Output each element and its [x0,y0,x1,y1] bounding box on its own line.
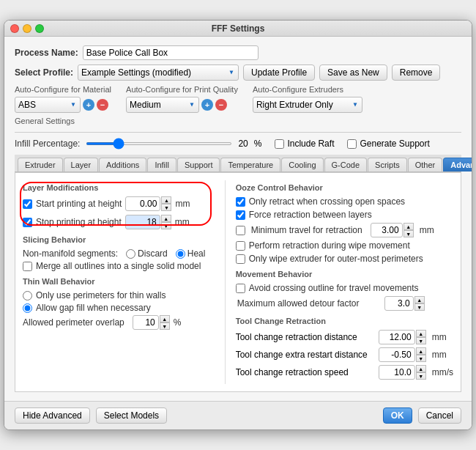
stop-height-up[interactable]: ▲ [161,215,171,222]
include-raft-checkbox[interactable] [275,139,284,149]
infill-label: Infill Percentage: [15,139,80,149]
close-button[interactable] [10,24,19,33]
only-perimeters-radio[interactable] [23,291,32,300]
tc-distance-unit: mm [432,332,447,342]
retraction-wipe-checkbox[interactable] [236,241,245,251]
slicing-behavior-title: Slicing Behavior [23,235,217,244]
min-travel-down[interactable]: ▼ [404,230,414,237]
tab-cooling[interactable]: Cooling [281,158,323,171]
thin-wall-title: Thin Wall Behavior [23,277,217,286]
tc-restart-input[interactable] [379,347,415,362]
tc-distance-label: Tool change retraction distance [236,332,375,342]
tab-gcode[interactable]: G-Code [324,158,368,171]
material-select[interactable]: ABS [15,97,81,113]
min-travel-unit: mm [420,225,434,235]
allow-gap-fill-radio[interactable] [23,303,32,313]
tab-temperature[interactable]: Temperature [220,158,280,171]
cancel-button[interactable]: Cancel [418,407,461,424]
tab-support[interactable]: Support [177,158,220,171]
tc-speed-up[interactable]: ▲ [416,365,426,372]
tc-distance-down[interactable]: ▼ [416,337,426,344]
stop-height-input[interactable] [125,215,160,229]
tc-restart-unit: mm [432,350,447,360]
overlap-up[interactable]: ▲ [160,315,170,322]
overlap-label: Allowed perimeter overlap [23,317,124,328]
tc-speed-down[interactable]: ▼ [416,372,426,380]
footer-left: Hide Advanced Select Models [15,407,167,424]
allow-gap-fill-label: Allow gap fill when necessary [36,303,151,313]
tc-distance-input[interactable] [379,330,415,344]
save-as-new-button[interactable]: Save as New [319,64,387,81]
stop-printing-checkbox[interactable] [23,218,32,227]
start-height-input[interactable] [125,196,160,211]
merge-outlines-checkbox[interactable] [23,262,32,271]
include-raft-label: Include Raft [287,139,334,149]
quality-add-button[interactable]: + [201,99,213,111]
main-panels: Layer Modifications Start printing at he… [15,172,461,392]
overlap-input[interactable] [133,315,159,330]
generate-support-checkbox[interactable] [347,139,357,149]
tab-extruder[interactable]: Extruder [18,158,63,171]
quality-select-wrapper: Medium [126,97,199,113]
tc-restart-down[interactable]: ▼ [416,355,426,362]
non-manifold-label: Non-manifold segments: [23,248,118,259]
remove-button[interactable]: Remove [392,64,441,81]
overlap-down[interactable]: ▼ [160,322,170,330]
quality-remove-button[interactable]: − [215,99,227,111]
extruder-select[interactable]: Right Extruder Only [253,97,362,113]
retract-crossing-checkbox[interactable] [236,197,245,207]
infill-slider[interactable] [86,142,232,145]
force-retraction-checkbox[interactable] [236,210,245,220]
start-printing-checkbox[interactable] [23,199,32,209]
minimize-button[interactable] [23,24,31,33]
max-detour-down[interactable]: ▼ [414,303,425,311]
only-wipe-label: Only wipe extruder for outer-most perime… [249,254,423,264]
max-detour-label: Maximum allowed detour factor [237,298,376,309]
tc-speed-unit: mm/s [432,367,453,377]
discard-radio[interactable] [126,249,135,259]
select-profile-label: Select Profile: [15,67,73,78]
material-remove-button[interactable]: − [97,99,108,111]
tab-advanced[interactable]: Advanced [443,158,472,171]
avoid-crossing-label: Avoid crossing outline for travel moveme… [249,283,419,293]
tc-restart-up[interactable]: ▲ [416,347,426,355]
material-select-wrapper: ABS [15,97,81,113]
overlap-unit: % [174,317,182,328]
min-travel-up[interactable]: ▲ [404,223,414,230]
max-detour-up[interactable]: ▲ [414,296,425,303]
tc-speed-label: Tool change retraction speed [236,367,375,377]
hide-advanced-button[interactable]: Hide Advanced [15,407,90,424]
tab-other[interactable]: Other [408,158,443,171]
process-name-input[interactable] [83,45,259,60]
tab-additions[interactable]: Additions [99,158,146,171]
select-models-button[interactable]: Select Models [96,407,167,424]
material-add-button[interactable]: + [83,99,94,111]
tab-layer[interactable]: Layer [64,158,99,171]
update-profile-button[interactable]: Update Profile [243,64,315,81]
profile-select[interactable]: Example Settings (modified) [78,64,239,81]
ok-button[interactable]: OK [383,407,412,424]
heal-radio[interactable] [176,249,185,259]
stop-printing-label: Stop printing at height [36,217,122,227]
right-panel: Ooze Control Behavior Only retract when … [226,180,453,384]
general-settings-label: General Settings [15,117,75,125]
start-height-up[interactable]: ▲ [161,196,171,204]
footer: Hide Advanced Select Models OK Cancel [4,401,472,429]
stop-height-down[interactable]: ▼ [161,222,171,229]
avoid-crossing-checkbox[interactable] [236,284,245,293]
maximize-button[interactable] [35,24,44,33]
tc-distance-up[interactable]: ▲ [416,330,426,337]
only-wipe-checkbox[interactable] [236,254,245,264]
tab-infill[interactable]: Infill [147,158,176,171]
quality-select[interactable]: Medium [126,97,199,113]
process-name-label: Process Name: [15,48,78,58]
start-height-down[interactable]: ▼ [161,204,171,211]
tab-scripts[interactable]: Scripts [368,158,407,171]
tc-speed-input[interactable] [379,365,415,380]
max-detour-input[interactable] [384,296,414,311]
retraction-wipe-label: Perform retraction during wipe movement [249,240,410,251]
minimum-travel-checkbox[interactable] [236,226,245,235]
minimum-travel-label: Minimum travel for retraction [251,225,362,235]
minimum-travel-input[interactable] [371,223,403,237]
start-printing-label: Start printing at height [36,199,122,209]
